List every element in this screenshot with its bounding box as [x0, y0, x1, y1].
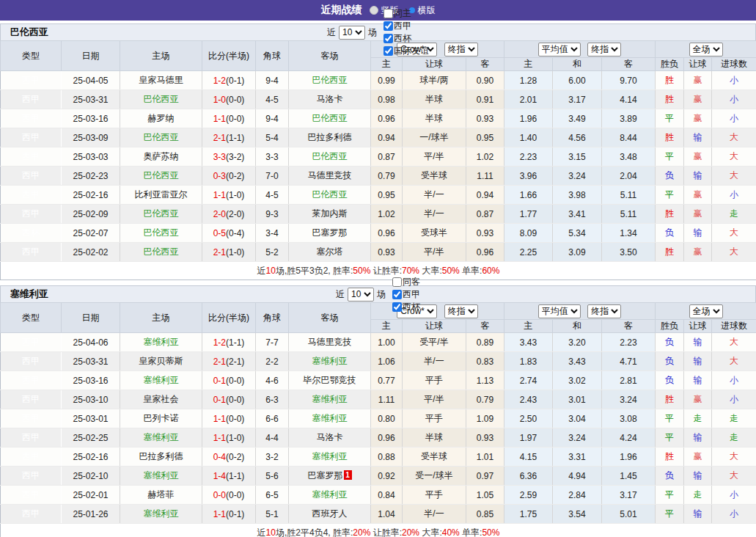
away-team-name[interactable]: 巴伦西亚	[312, 113, 348, 123]
cell-corner: 6-3	[256, 390, 289, 409]
filter-checkbox-label: 西杯	[394, 32, 411, 45]
cell-odds-away: 0.93	[466, 224, 504, 243]
cell-type: 西甲	[1, 167, 62, 186]
away-team-name[interactable]: 塞维利亚	[312, 356, 348, 366]
average-type-select[interactable]: 终指	[587, 304, 621, 318]
home-team-name[interactable]: 巴伦西亚	[144, 227, 179, 238]
cell-away-team[interactable]: 塞维利亚	[289, 448, 371, 467]
filter-checkbox-0[interactable]: 同主	[377, 7, 429, 20]
cell-home-team[interactable]: 塞维利亚	[120, 371, 202, 390]
average-select[interactable]: 平均值	[538, 304, 581, 318]
match-row: 西甲25-03-10皇家社会0-1(0-0)6-3塞维利亚1.11平/半0.79…	[1, 390, 756, 409]
cell-away-team[interactable]: 巴伦西亚	[289, 71, 371, 90]
filter-checkbox-1[interactable]: 西甲	[377, 20, 429, 32]
cell-odds-away: 0.93	[466, 428, 504, 448]
scope-select[interactable]: 全场	[689, 43, 723, 56]
filter-checkbox-input[interactable]	[383, 46, 393, 56]
cell-home-team[interactable]: 巴伦西亚	[120, 205, 202, 224]
away-team-name[interactable]: 塞维利亚	[312, 413, 348, 423]
home-team-name[interactable]: 巴伦西亚	[144, 94, 179, 104]
cell-score: 0-1(0-0)	[202, 390, 256, 409]
cell-handicap: 半/一	[403, 186, 466, 205]
filter-checkbox-0[interactable]: 同客	[386, 276, 420, 288]
filter-checkbox-input[interactable]	[392, 290, 402, 299]
cell-home-team[interactable]: 巴伦西亚	[120, 90, 202, 109]
cell-home-team[interactable]: 巴伦西亚	[120, 243, 202, 262]
home-team-name[interactable]: 巴伦西亚	[144, 170, 179, 180]
home-team-name[interactable]: 巴伦西亚	[144, 132, 179, 142]
average-type-select[interactable]: 终指	[587, 43, 621, 56]
cell-date: 25-02-23	[62, 167, 120, 186]
halftime-score: (1-0)	[226, 247, 244, 257]
scope-select[interactable]: 全场	[689, 304, 723, 318]
filter-checkbox-input[interactable]	[392, 302, 402, 312]
cell-away-team[interactable]: 巴伦西亚	[289, 109, 371, 128]
cell-handicap-result: 输	[684, 467, 712, 486]
cell-goals-result: 走	[712, 205, 756, 224]
team-name: 巴伦西亚	[10, 26, 48, 39]
filter-bar: 塞维利亚 近 10 场 同客西甲西杯	[0, 285, 756, 302]
filter-checkbox-3[interactable]: 国际友谊	[377, 45, 429, 57]
recent-count-select[interactable]: 10	[348, 288, 374, 302]
filter-checkbox-input[interactable]	[383, 34, 393, 43]
filter-checkbox-input[interactable]	[392, 277, 402, 287]
away-team-name[interactable]: 巴伦西亚	[312, 75, 348, 85]
away-team-name[interactable]: 巴伦西亚	[312, 151, 348, 161]
odds-type-select[interactable]: 终指	[444, 304, 478, 318]
home-team-name[interactable]: 塞维利亚	[144, 337, 179, 347]
fulltime-score: 2-1	[213, 247, 226, 257]
home-team-name: 奥萨苏纳	[144, 151, 179, 161]
sub-header-goals-result: 进球数	[712, 320, 756, 333]
cell-goals-result: 小	[712, 71, 756, 90]
away-team-name[interactable]: 塞维利亚	[312, 489, 348, 500]
away-team-name[interactable]: 巴伦西亚	[312, 189, 348, 200]
away-team-name[interactable]: 塞维利亚	[312, 451, 348, 461]
filter-checkbox-2[interactable]: 西杯	[386, 301, 420, 313]
cell-away-team[interactable]: 塞维利亚	[289, 409, 371, 428]
sub-header-crow-handicap: 让球	[403, 320, 466, 333]
recent-count-select[interactable]: 10	[339, 26, 365, 40]
cell-date: 25-04-05	[62, 71, 120, 90]
cell-type: 西甲	[1, 147, 62, 167]
home-team-name[interactable]: 塞维利亚	[144, 375, 179, 385]
cell-handicap: 受球半	[403, 224, 466, 243]
summary-segment: 50%	[353, 266, 370, 276]
cell-away-team[interactable]: 巴伦西亚	[289, 186, 371, 205]
halftime-score: (1-1)	[226, 471, 244, 481]
cell-result: 胜	[656, 243, 684, 262]
cell-home-team[interactable]: 塞维利亚	[120, 505, 202, 524]
home-team-name[interactable]: 巴伦西亚	[144, 208, 179, 219]
cell-avg-home: 4.15	[504, 448, 553, 467]
cell-home-team[interactable]: 巴伦西亚	[120, 128, 202, 147]
filter-checkbox-input[interactable]	[383, 9, 393, 18]
cell-corner: 5-2	[256, 243, 289, 262]
filter-checkbox-label: 西杯	[403, 301, 420, 313]
cell-goals-result: 大	[712, 147, 756, 167]
fulltime-score: 2-1	[213, 133, 226, 143]
halftime-score: (0-1)	[226, 509, 244, 519]
home-team-name[interactable]: 塞维利亚	[144, 470, 179, 481]
filter-checkbox-2[interactable]: 西杯	[377, 32, 429, 45]
home-team-name[interactable]: 巴伦西亚	[144, 246, 179, 257]
filter-checkbox-1[interactable]: 西甲	[386, 288, 420, 301]
home-team-name[interactable]: 塞维利亚	[144, 508, 179, 519]
cell-home-team: 赫塔菲	[120, 486, 202, 505]
average-select[interactable]: 平均值	[538, 43, 581, 56]
cell-away-team[interactable]: 塞维利亚	[289, 390, 371, 409]
cell-home-team[interactable]: 塞维利亚	[120, 428, 202, 448]
cell-home-team[interactable]: 塞维利亚	[120, 467, 202, 486]
cell-home-team[interactable]: 巴伦西亚	[120, 167, 202, 186]
filter-checkbox-input[interactable]	[383, 21, 393, 31]
cell-home-team[interactable]: 塞维利亚	[120, 333, 202, 352]
fulltime-score: 2-1	[213, 357, 226, 367]
cell-handicap-result: 赢	[684, 205, 712, 224]
cell-avg-draw: 3.41	[553, 205, 602, 224]
cell-home-team[interactable]: 巴伦西亚	[120, 224, 202, 243]
home-team-name[interactable]: 塞维利亚	[144, 432, 179, 442]
cell-away-team[interactable]: 塞维利亚	[289, 352, 371, 371]
away-team-name[interactable]: 塞维利亚	[312, 394, 348, 404]
away-team-name: 巴拉多利德	[308, 132, 352, 142]
cell-away-team[interactable]: 塞维利亚	[289, 486, 371, 505]
cell-away-team[interactable]: 巴伦西亚	[289, 147, 371, 167]
odds-type-select[interactable]: 终指	[444, 43, 478, 56]
